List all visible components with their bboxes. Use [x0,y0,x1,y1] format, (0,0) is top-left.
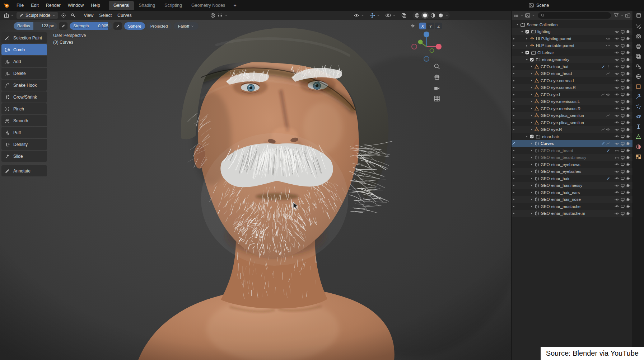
screen-icon[interactable] [620,169,625,174]
editor-properties-icon[interactable] [636,13,641,18]
outliner-item-label[interactable]: GEO-einar_hair_nose [541,197,610,202]
outliner-row[interactable]: HLP-turntable.parent [512,42,633,49]
properties-tab-render[interactable] [634,32,643,41]
screen-icon[interactable] [620,127,625,132]
eye-icon[interactable] [615,29,619,34]
arrow-right-icon[interactable] [529,86,533,90]
camera-icon[interactable] [626,190,631,195]
visibility-eye-icon[interactable] [354,13,359,18]
outliner-item-label[interactable]: GEO-eye.cornea.L [541,79,610,83]
arrow-down-icon[interactable] [525,58,529,62]
outliner-row[interactable]: GEO-einar_beard.messy [512,154,633,161]
arrow-right-icon[interactable] [529,148,533,152]
falloff-dropdown[interactable]: Falloff [174,22,199,30]
menu-edit[interactable]: Edit [27,1,42,9]
screen-icon[interactable] [620,190,625,195]
outliner-row[interactable]: HLP-lighting.parent [512,35,633,42]
tool-slide[interactable]: Slide [1,151,47,162]
ortho-toggle-icon[interactable] [433,95,440,102]
shading-rendered-button[interactable] [437,12,444,19]
eye-icon[interactable] [615,134,619,139]
outliner-item-label[interactable]: HLP-turntable.parent [536,43,606,48]
properties-tab-object[interactable] [634,82,643,91]
search-input[interactable] [547,13,608,18]
scene-selector[interactable]: Scene [528,0,549,11]
filter-funnel-icon[interactable] [613,13,619,18]
outliner-row[interactable]: GEO-eye.meniscus.R [512,105,633,112]
outliner-row[interactable]: GEO-einar_head [512,70,633,77]
arrow-down-icon[interactable] [515,23,519,27]
outliner-item-label[interactable]: GEO-eye.meniscus.L [541,99,610,104]
checkbox-icon[interactable] [525,29,529,34]
properties-tab-modifiers[interactable] [634,92,643,101]
eye-icon[interactable] [615,204,619,209]
outliner-item-label[interactable]: Scene Collection [527,23,610,27]
proportional-edit-icon[interactable] [210,13,216,18]
radius-slider[interactable]: Radius 123 px [14,22,57,30]
eye-icon[interactable] [615,190,619,195]
outliner-item-label[interactable]: GEO-einar_eyebrows [541,162,610,167]
properties-tab-texture[interactable] [634,152,643,161]
camera-icon[interactable] [626,169,631,174]
screen-icon[interactable] [620,148,625,153]
viewport-3d[interactable]: User Perspective (0) Curves [0,20,511,360]
outliner-row[interactable]: GEO-einar_hair_ears [512,189,633,196]
properties-tab-output[interactable] [634,42,643,51]
outliner-item-label[interactable]: GEO-einar_hat [541,65,601,69]
outliner-row[interactable]: GEO-eye.R [512,126,633,133]
eye-icon[interactable] [615,57,619,62]
viewport-menu-curves[interactable]: Curves [115,11,135,19]
outliner-row[interactable]: Curves [512,140,633,147]
properties-tab-world[interactable] [634,72,643,81]
arrow-down-icon[interactable] [520,51,524,55]
screen-icon[interactable] [620,204,625,209]
screen-icon[interactable] [620,99,625,104]
xray-toggle-icon[interactable] [401,13,407,18]
properties-tab-constraints[interactable] [634,122,643,131]
gizmos-icon[interactable] [369,13,375,18]
camera-icon[interactable] [626,71,631,76]
chevron-down-icon[interactable] [520,14,524,17]
eye-icon[interactable] [615,92,619,97]
outliner-row[interactable]: GEO-eye.cornea.L [512,77,633,84]
editor-type-selector[interactable] [2,12,15,19]
eye-icon[interactable] [615,169,619,174]
outliner-row[interactable]: lighting [512,28,633,35]
eye-icon[interactable] [615,127,619,132]
outliner-row[interactable]: einar.geometry [512,56,633,63]
outliner-item-label[interactable]: GEO-eye.plica_semilun [541,120,610,125]
symmetry-z-button[interactable]: Z [435,23,442,29]
eye-icon[interactable] [615,120,619,125]
outliner-row[interactable]: GEO-einar_hair [512,175,633,182]
arrow-right-icon[interactable] [529,100,533,104]
key-toggle[interactable] [69,12,78,19]
outliner-item-label[interactable]: GEO-eye.R [541,127,601,132]
screen-icon[interactable] [620,71,625,76]
camera-icon[interactable] [626,183,631,188]
eye-icon[interactable] [615,99,619,104]
outliner-row[interactable]: GEO-einar_hat [512,63,633,70]
camera-icon[interactable] [626,204,631,209]
outliner-item-label[interactable]: GEO-eye.cornea.R [541,85,610,90]
menu-file[interactable]: File [13,1,27,9]
zoom-icon[interactable] [433,63,440,70]
shading-wireframe-button[interactable] [414,12,421,19]
eye-icon[interactable] [615,43,619,48]
checkbox-icon[interactable] [525,50,529,55]
eye-icon[interactable] [615,64,619,69]
outliner-item-label[interactable]: GEO-einar_mustache [541,204,610,209]
eye-icon[interactable] [615,85,619,90]
workspace-tab-scripting[interactable]: Scripting [160,1,187,10]
outliner-search[interactable] [538,12,611,19]
display-mode-icon[interactable] [525,13,531,18]
camera-icon[interactable] [626,176,631,181]
arrow-right-icon[interactable] [529,128,533,132]
chevron-down-icon[interactable] [377,14,380,17]
outliner-row[interactable]: GEO-eye.cornea.R [512,84,633,91]
outliner-item-label[interactable]: einar.geometry [542,57,610,62]
outliner-row[interactable]: einar.hair [512,133,633,140]
tool-snake-hook[interactable]: Snake Hook [1,80,47,91]
outliner-row[interactable]: Scene Collection [512,21,633,28]
properties-tab-scene[interactable] [634,62,643,71]
outliner-item-label[interactable]: GEO-einar_hair.messy [541,183,610,188]
